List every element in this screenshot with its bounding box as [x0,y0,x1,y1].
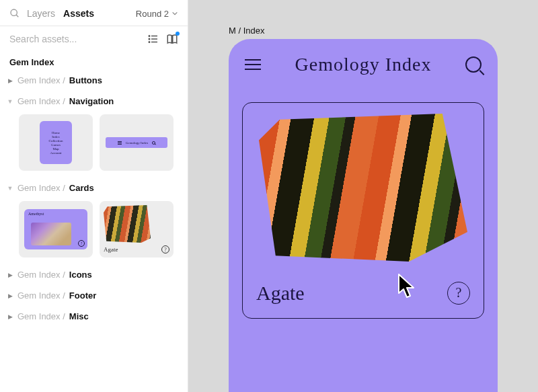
stone-illustration [104,205,151,243]
tab-assets[interactable]: Assets [62,7,95,20]
svg-line-1 [16,15,18,17]
panel-tabs: Layers Assets Round 2 [0,0,188,26]
frame-mobile-index[interactable]: Gemology Index Agate ? [229,39,498,392]
help-icon: ? [78,240,85,247]
mini-menu-item: Games [51,143,61,147]
caret-right-icon: ▶ [7,77,13,84]
hamburger-icon[interactable] [245,59,261,70]
tree-item-buttons[interactable]: ▶ Gem Index / Buttons [0,70,188,91]
component-thumb-card-agate[interactable]: Agate ? [100,201,174,258]
search-icon[interactable] [465,56,482,73]
assets-search-input[interactable] [9,34,141,44]
caret-right-icon: ▶ [7,292,13,299]
navigation-thumbs: Home Index Collection Games Map Account … [0,112,188,178]
tree-prefix: Gem Index / [17,290,65,301]
tree-item-navigation[interactable]: ▼ Gem Index / Navigation [0,91,188,112]
mini-menu-item: Map [52,147,59,151]
tree-item-cards[interactable]: ▼ Gem Index / Cards [0,178,188,198]
tree-suffix: Cards [69,183,94,193]
mini-menu-item: Account [50,151,62,155]
tree-suffix: Icons [69,270,92,280]
svg-point-5 [149,36,150,37]
page-dropdown[interactable]: Round 2 [136,9,178,19]
caret-right-icon: ▶ [7,272,13,278]
tree-suffix: Buttons [69,75,102,85]
gem-illustration [259,114,467,262]
caret-right-icon: ▶ [7,313,13,320]
tree-item-misc[interactable]: ▶ Gem Index / Misc [0,306,188,327]
tab-layers[interactable]: Layers [26,7,56,20]
app-title: Gemology Index [295,54,432,75]
mini-card-preview: Amethyst ? [24,209,87,249]
tree-prefix: Gem Index / [17,96,65,106]
tree-suffix: Misc [69,311,89,321]
mini-menu-item: Home [52,131,60,134]
gem-card[interactable]: Agate ? [242,102,484,319]
tree-item-icons[interactable]: ▶ Gem Index / Icons [0,264,188,285]
tree-suffix: Navigation [69,96,114,106]
hamburger-icon [118,141,122,145]
tree-suffix: Footer [69,290,96,301]
mini-header-preview: Gemology Index [106,137,167,148]
tree-prefix: Gem Index / [17,311,65,321]
mini-menu-item: Index [52,135,59,139]
tree-prefix: Gem Index / [17,183,65,193]
assets-search-row [0,26,188,52]
assets-panel: Layers Assets Round 2 Gem Index ▶ Gem In… [0,0,188,392]
gem-name: Agate [256,282,305,305]
app-header: Gemology Index [242,54,484,75]
library-name: Gem Index [0,52,188,69]
tree-item-footer[interactable]: ▶ Gem Index / Footer [0,285,188,306]
caret-down-icon: ▼ [7,98,13,105]
stone-illustration [31,223,71,245]
caret-down-icon: ▼ [7,185,13,192]
tree-prefix: Gem Index / [17,270,65,280]
search-icon[interactable] [9,8,20,19]
page-dropdown-label: Round 2 [136,9,169,19]
mini-phone-preview: Home Index Collection Games Map Account [40,121,72,164]
component-thumb-card-amethyst[interactable]: Amethyst ? [19,201,93,258]
chevron-down-icon [171,10,178,17]
help-button[interactable]: ? [447,282,470,305]
tree-prefix: Gem Index / [17,75,65,85]
search-icon [152,141,155,145]
assets-tree: ▶ Gem Index / Buttons ▼ Gem Index / Navi… [0,69,188,334]
svg-point-6 [149,38,150,40]
mini-card-label: Amethyst [28,212,44,216]
cards-thumbs: Amethyst ? Agate ? [0,198,188,264]
updates-dot-icon [176,32,180,36]
card-footer: Agate ? [254,282,473,305]
help-icon: ? [161,245,169,253]
svg-point-0 [11,9,17,15]
mini-header-title: Gemology Index [126,141,149,145]
svg-point-7 [149,42,150,43]
component-thumb-nav-header[interactable]: Gemology Index [100,114,174,171]
mini-menu-item: Collection [49,139,63,143]
mini-card-label: Agate [104,246,118,253]
design-canvas[interactable]: M / Index Gemology Index Agate ? [188,0,538,392]
library-book-icon[interactable] [166,33,178,45]
list-view-icon[interactable] [147,33,159,45]
frame-label[interactable]: M / Index [229,26,264,36]
component-thumb-nav-menu[interactable]: Home Index Collection Games Map Account [19,114,93,171]
